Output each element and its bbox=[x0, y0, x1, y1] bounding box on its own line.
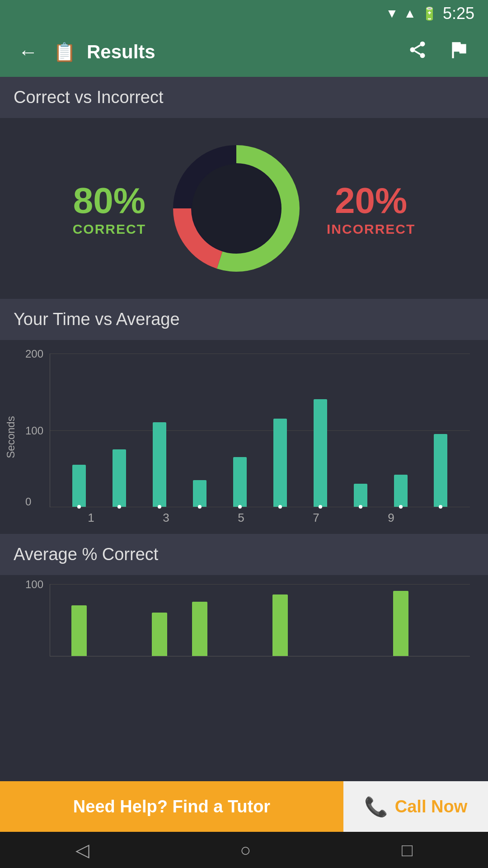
x-label-10 bbox=[410, 511, 447, 525]
grid-label-100: 100 bbox=[25, 425, 43, 437]
y-axis-label: Seconds bbox=[5, 416, 17, 458]
status-time: 5:25 bbox=[443, 4, 474, 23]
x-label-5: 5 bbox=[222, 511, 260, 525]
svg-line-3 bbox=[415, 51, 421, 54]
bar-group-10 bbox=[434, 434, 447, 507]
find-tutor-text: Need Help? Find a Tutor bbox=[73, 797, 270, 816]
grid-label-0: 0 bbox=[25, 495, 31, 508]
recent-nav-button[interactable]: □ bbox=[402, 840, 413, 860]
x-label-2 bbox=[110, 511, 147, 525]
donut-chart-section: 80% CORRECT 20% INCORRECT bbox=[0, 118, 488, 299]
correct-percentage: 80% bbox=[73, 180, 146, 222]
avg-bars bbox=[50, 584, 470, 656]
bottom-banner: Need Help? Find a Tutor 📞 Call Now bbox=[0, 781, 488, 832]
correct-vs-incorrect-title: Correct vs Incorrect bbox=[14, 88, 164, 107]
avg-correct-title: Average % Correct bbox=[14, 545, 158, 564]
avg-chart-section: 100 bbox=[0, 575, 488, 665]
avg-bar-3 bbox=[152, 613, 167, 656]
x-labels: 1 3 5 7 9 bbox=[50, 507, 479, 525]
bar-9 bbox=[394, 475, 408, 507]
share-button[interactable] bbox=[403, 35, 432, 69]
wifi-icon: ▼ bbox=[385, 6, 398, 21]
time-chart-section: Seconds 200 100 0 bbox=[0, 340, 488, 534]
correct-vs-incorrect-header: Correct vs Incorrect bbox=[0, 77, 488, 118]
bar-4 bbox=[193, 480, 206, 507]
battery-icon: 🔋 bbox=[422, 6, 437, 21]
bar-7 bbox=[314, 399, 327, 507]
svg-point-0 bbox=[420, 42, 425, 47]
bar-3 bbox=[153, 422, 166, 507]
document-icon: 📋 bbox=[53, 42, 76, 63]
status-icons: ▼ ▲ 🔋 5:25 bbox=[385, 4, 474, 23]
time-chart-grid: 200 100 0 bbox=[50, 354, 470, 507]
x-label-3: 3 bbox=[147, 511, 185, 525]
bar-group-3 bbox=[153, 422, 166, 507]
bar-1 bbox=[72, 465, 86, 507]
avg-bar-6 bbox=[272, 594, 288, 656]
avg-bar-9 bbox=[393, 591, 408, 656]
bar-group-6 bbox=[273, 419, 287, 507]
bar-8 bbox=[354, 484, 367, 507]
donut-chart bbox=[164, 136, 309, 281]
bar-group-7 bbox=[314, 399, 327, 507]
avg-grid-label-100: 100 bbox=[25, 578, 43, 591]
bar-group-2 bbox=[113, 449, 126, 507]
incorrect-text: INCORRECT bbox=[327, 222, 415, 237]
flag-button[interactable] bbox=[443, 34, 474, 70]
incorrect-percentage: 20% bbox=[327, 180, 415, 222]
bar-group-4 bbox=[193, 480, 206, 507]
call-now-text: Call Now bbox=[395, 797, 467, 816]
svg-point-2 bbox=[420, 53, 425, 58]
time-vs-average-title: Your Time vs Average bbox=[14, 310, 180, 329]
bar-group-5 bbox=[233, 457, 247, 507]
incorrect-label: 20% INCORRECT bbox=[327, 180, 415, 237]
x-label-6 bbox=[260, 511, 297, 525]
x-label-9: 9 bbox=[372, 511, 410, 525]
phone-icon: 📞 bbox=[364, 796, 388, 818]
time-bars bbox=[50, 354, 470, 507]
bar-6 bbox=[273, 419, 287, 507]
x-label-8 bbox=[335, 511, 372, 525]
svg-point-1 bbox=[410, 47, 415, 52]
back-nav-button[interactable]: ◁ bbox=[75, 840, 89, 860]
svg-point-9 bbox=[192, 164, 281, 253]
time-vs-average-header: Your Time vs Average bbox=[0, 299, 488, 340]
page-title: Results bbox=[87, 41, 392, 63]
correct-text: CORRECT bbox=[73, 222, 146, 237]
app-bar: ← 📋 Results bbox=[0, 27, 488, 77]
call-now-button[interactable]: 📞 Call Now bbox=[343, 781, 488, 832]
home-nav-button[interactable]: ○ bbox=[240, 840, 251, 860]
avg-bar-4 bbox=[192, 602, 207, 656]
bar-group-1 bbox=[72, 465, 86, 507]
bar-group-8 bbox=[354, 484, 367, 507]
grid-label-200: 200 bbox=[25, 348, 43, 360]
status-bar: ▼ ▲ 🔋 5:25 bbox=[0, 0, 488, 27]
x-label-7: 7 bbox=[297, 511, 335, 525]
find-tutor-button[interactable]: Need Help? Find a Tutor bbox=[0, 781, 343, 832]
bar-group-9 bbox=[394, 475, 408, 507]
bar-10 bbox=[434, 434, 447, 507]
bar-2 bbox=[113, 449, 126, 507]
correct-label: 80% CORRECT bbox=[73, 180, 146, 237]
back-button[interactable]: ← bbox=[14, 36, 42, 68]
bar-5 bbox=[233, 457, 247, 507]
avg-bar-1 bbox=[71, 605, 87, 656]
x-label-1: 1 bbox=[72, 511, 110, 525]
bottom-nav: ◁ ○ □ bbox=[0, 832, 488, 868]
avg-chart-grid: 100 bbox=[50, 584, 470, 656]
signal-icon: ▲ bbox=[404, 6, 416, 21]
x-label-4 bbox=[185, 511, 222, 525]
avg-correct-header: Average % Correct bbox=[0, 534, 488, 575]
svg-line-4 bbox=[415, 45, 421, 48]
